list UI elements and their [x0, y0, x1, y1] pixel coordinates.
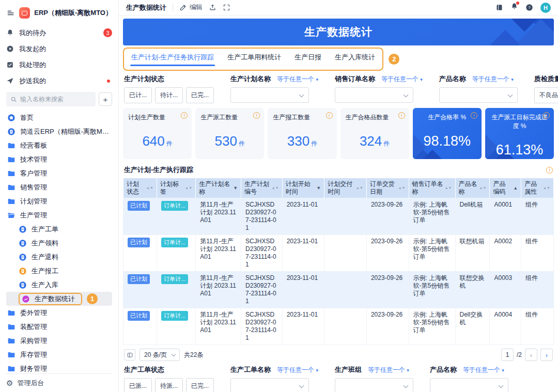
- tab-workorder-material-stats[interactable]: 生产工单用料统计: [227, 53, 281, 65]
- product-name-select[interactable]: [439, 87, 518, 103]
- sidebar-item-biz-dashboard[interactable]: 经营看板: [6, 138, 112, 152]
- share-icon[interactable]: [209, 4, 216, 11]
- page-size-select[interactable]: 20 条/页: [140, 349, 180, 361]
- info-icon[interactable]: i: [543, 112, 550, 119]
- add-button[interactable]: +: [99, 92, 112, 106]
- status-badge: 已计划: [128, 311, 150, 321]
- info-icon[interactable]: i: [181, 112, 188, 119]
- sidebar-item-production-picking[interactable]: 生产领料: [6, 236, 112, 250]
- tab-inbound-stats[interactable]: 生产入库统计: [335, 53, 375, 65]
- sidebar-item-production-mgmt[interactable]: 生产管理: [6, 208, 112, 222]
- team-select[interactable]: [335, 378, 413, 392]
- sidebar-item-production-inbound[interactable]: 生产入库: [6, 278, 112, 292]
- page-number-input[interactable]: 1: [501, 349, 514, 361]
- stat-cards: i 计划生产数量 640件 i 生产派工数量 530件 i 生产报工数量 330…: [123, 108, 554, 159]
- filter-product-name: 产品名称 等于任意一个 ▾: [439, 74, 518, 103]
- prev-page-button[interactable]: ‹: [525, 349, 537, 361]
- filter-button-planned[interactable]: 已计...: [124, 87, 152, 103]
- next-page-button[interactable]: ›: [540, 349, 553, 361]
- operator-dropdown[interactable]: 等于任意一个 ▾: [277, 366, 318, 374]
- column-plan-start[interactable]: 计划开始时间▼: [282, 178, 324, 198]
- column-product-attr[interactable]: 产品属性▲▼: [521, 178, 554, 198]
- help-icon[interactable]: ?: [525, 4, 533, 11]
- sidebar-item-production-stats[interactable]: 生产数据统计 1: [6, 292, 112, 306]
- admin-console-link[interactable]: ⚙ 管理后台: [6, 373, 112, 392]
- fullscreen-icon[interactable]: [223, 4, 230, 11]
- filter-button-finished[interactable]: 已完...: [186, 378, 214, 392]
- sidebar-item-my-todo[interactable]: 我的待办 3: [6, 25, 112, 41]
- sidebar-item-purchase-mgmt[interactable]: 采购管理: [6, 334, 112, 348]
- check-square-icon: [6, 61, 14, 69]
- wo-product-select[interactable]: [430, 378, 508, 392]
- info-icon[interactable]: i: [326, 112, 333, 119]
- sort-icon: ▲▼: [272, 186, 279, 190]
- table-row: 已计划 订单计... 第11月-生产计划 2023.11A01 SCJHXSDD…: [123, 272, 554, 308]
- journal-icon[interactable]: [495, 4, 503, 11]
- tabs-row: 生产计划-生产任务执行跟踪 生产工单用料统计 生产日报 生产入库统计 2: [123, 48, 554, 71]
- sidebar-item-inventory-mgmt[interactable]: 库存管理: [6, 348, 112, 362]
- filter-button-to-dispatch[interactable]: 待派...: [155, 378, 183, 392]
- operator-dropdown[interactable]: 等于任意一个 ▾: [277, 75, 318, 84]
- app-title: ERP（精细版-离散MTO）: [34, 8, 112, 18]
- table-row: 已计划 订单计... 第11月-生产计划 2023.11A01 SCJHXSDD…: [123, 308, 554, 345]
- chevron-down-icon: [403, 92, 408, 98]
- column-order-date[interactable]: 订单交货日期▲▼: [366, 178, 409, 198]
- user-avatar[interactable]: H: [540, 3, 551, 13]
- column-product-name[interactable]: 产品名称▲▼: [455, 178, 490, 198]
- plan-name-select[interactable]: [230, 87, 309, 103]
- operator-dropdown[interactable]: 等于任意一个 ▾: [463, 366, 504, 374]
- tag-badge: 订单计...: [161, 274, 188, 284]
- sidebar-item-sales-mgmt[interactable]: 销售管理: [6, 180, 112, 194]
- column-plan-status[interactable]: 计划状态▲▼: [123, 178, 157, 198]
- wo-name-select[interactable]: [230, 378, 309, 392]
- info-icon[interactable]: i: [546, 167, 553, 174]
- column-settings-button[interactable]: [124, 349, 135, 360]
- sidebar-item-finance-mgmt[interactable]: 财务管理: [6, 362, 112, 373]
- sidebar-item-customer-mgmt[interactable]: 客户管理: [6, 166, 112, 180]
- filter-button-defective[interactable]: 不良品: [534, 87, 558, 103]
- operator-dropdown[interactable]: 等于任意一个 ▾: [381, 75, 423, 84]
- tab-production-daily[interactable]: 生产日报: [295, 53, 321, 65]
- annotation-tabs-box: 生产计划-生产任务执行跟踪 生产工单用料统计 生产日报 生产入库统计: [123, 48, 383, 71]
- search-input[interactable]: [20, 96, 91, 103]
- sidebar-item-assembly-mgmt[interactable]: 装配管理: [6, 320, 112, 334]
- info-icon[interactable]: i: [253, 112, 260, 119]
- operator-dropdown[interactable]: 等于任意一个 ▾: [472, 75, 514, 84]
- column-plan-tag[interactable]: 计划标签▲▼: [157, 178, 195, 198]
- filter-button-completed[interactable]: 已完...: [186, 87, 214, 103]
- sidebar-item-outsourcing-mgmt[interactable]: 委外管理: [6, 306, 112, 320]
- column-plan-name[interactable]: 生产计划名称▼: [196, 178, 241, 198]
- sidebar-item-cc-to-me[interactable]: 抄送我的: [6, 73, 112, 89]
- column-product-code[interactable]: 产品编码▲: [490, 178, 521, 198]
- sidebar-item-production-workorder[interactable]: 生产工单: [6, 222, 112, 236]
- info-icon[interactable]: i: [398, 112, 405, 119]
- notifications-button[interactable]: [510, 3, 518, 12]
- app-logo: [19, 7, 30, 19]
- sidebar-item-started-by-me[interactable]: 我发起的: [6, 41, 112, 57]
- sidebar-item-jiandaoyun-erp[interactable]: 简道云ERP（精细版-离散MTO）「...: [6, 124, 112, 138]
- chevron-down-icon: [498, 383, 503, 388]
- column-plan-deliver[interactable]: 计划交付时间▲▼: [324, 178, 367, 198]
- column-sales-order[interactable]: 销售订单名称▲▼: [409, 178, 455, 198]
- sidebar-item-production-return[interactable]: 生产退料: [6, 250, 112, 264]
- filter-button-dispatched[interactable]: 已派...: [124, 378, 152, 392]
- sidebar-item-home[interactable]: 首页: [6, 111, 112, 124]
- sidebar-item-production-report[interactable]: 生产报工: [6, 264, 112, 278]
- tag-badge: 订单计...: [161, 238, 188, 247]
- operator-dropdown[interactable]: 等于任意一个 ▾: [368, 366, 409, 374]
- svg-text:?: ?: [528, 5, 530, 10]
- sales-order-select[interactable]: [335, 87, 413, 103]
- filter-button-to-plan[interactable]: 待计...: [155, 87, 183, 103]
- sort-icon: ▲▼: [146, 186, 153, 190]
- sidebar-item-handled-by-me[interactable]: 我处理的: [6, 57, 112, 73]
- tab-plan-task-tracking[interactable]: 生产计划-生产任务执行跟踪: [131, 53, 214, 65]
- sort-icon: ▲▼: [543, 186, 550, 190]
- edit-button[interactable]: 编辑: [179, 3, 203, 12]
- sidebar-item-tech-mgmt[interactable]: 技术管理: [6, 152, 112, 166]
- column-plan-no[interactable]: 生产计划编号▲▼: [241, 178, 283, 198]
- menu-toggle-icon[interactable]: [6, 8, 15, 18]
- search-field[interactable]: [6, 92, 96, 106]
- folder-icon: [7, 351, 16, 359]
- sidebar-item-plan-mgmt[interactable]: 计划管理: [6, 194, 112, 208]
- info-icon[interactable]: i: [471, 112, 477, 119]
